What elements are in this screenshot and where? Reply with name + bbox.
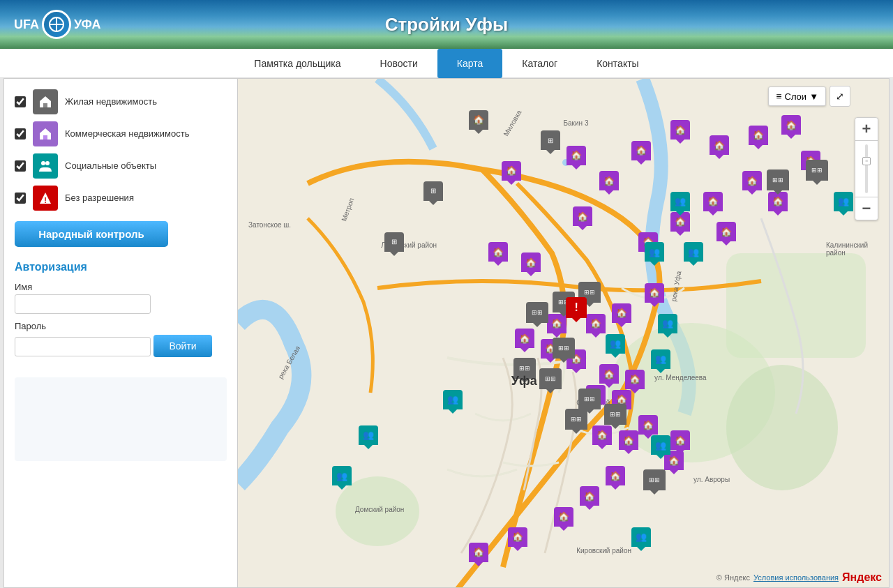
marker-purple-20[interactable]: 🏠 xyxy=(586,314,606,333)
marker-purple-39[interactable]: 🏠 xyxy=(670,430,690,450)
marker-purple-22[interactable]: 🏠 xyxy=(645,283,664,303)
marker-purple-37[interactable]: 🏠 xyxy=(469,543,488,562)
marker-purple-7[interactable]: 🏠 xyxy=(749,126,768,145)
marker-gray-1[interactable]: 🏠 xyxy=(469,110,488,130)
marker-gray-apt-12[interactable]: ⊞⊞ xyxy=(806,160,828,181)
marker-gray-4[interactable]: ⊞ xyxy=(384,232,404,252)
name-input[interactable] xyxy=(15,294,151,314)
marker-teal-10[interactable]: 👥 xyxy=(443,390,463,409)
marker-gray-apt-7[interactable]: ⊞⊞ xyxy=(578,389,601,409)
marker-teal-6[interactable]: 👥 xyxy=(670,192,690,211)
marker-purple-6[interactable]: 🏠 xyxy=(710,135,729,155)
nav-news[interactable]: Новости xyxy=(361,49,437,78)
marker-purple-4[interactable]: 🏠 xyxy=(631,141,651,160)
zoom-slider-track: ≡ xyxy=(865,144,868,193)
marker-gray-apt-8[interactable]: ⊞⊞ xyxy=(604,404,626,425)
marker-purple-10[interactable]: 🏠 xyxy=(742,171,762,190)
zoom-out-button[interactable]: − xyxy=(855,197,878,220)
social-label: Социальные объекты xyxy=(65,160,156,172)
marker-purple-23[interactable]: 🏠 xyxy=(515,329,534,348)
nav-pamyatka[interactable]: Памятка дольщика xyxy=(234,49,360,78)
marker-purple-17[interactable]: 🏠 xyxy=(488,242,508,262)
commercial-checkbox[interactable] xyxy=(15,128,26,140)
street-label-kalin: Калининскийрайон xyxy=(826,241,868,257)
marker-purple-2[interactable]: 🏠 xyxy=(566,146,586,165)
marker-purple-32[interactable]: 🏠 xyxy=(638,415,658,435)
commercial-label: Коммерческая недвижимость xyxy=(65,128,189,140)
svg-text:!: ! xyxy=(44,196,47,204)
layers-label: Слои xyxy=(785,91,807,102)
social-checkbox[interactable] xyxy=(15,160,26,172)
map-fullscreen-button[interactable]: ⤢ xyxy=(830,86,850,107)
social-icon xyxy=(33,153,58,179)
map-footer: © Яндекс Условия использования Яндекс xyxy=(716,571,882,584)
marker-purple-33[interactable]: 🏠 xyxy=(606,466,625,485)
navigation: Памятка дольщика Новости Карта Каталог К… xyxy=(0,49,893,78)
marker-purple-26[interactable]: 🏠 xyxy=(599,364,619,384)
unauthorized-icon: ! xyxy=(33,186,58,211)
page-title: Стройки Уфы xyxy=(385,14,509,36)
marker-teal-3[interactable]: 👥 xyxy=(658,314,677,333)
zoom-in-button[interactable]: + xyxy=(855,118,878,140)
login-button[interactable]: Войти xyxy=(153,335,211,357)
marker-teal-1[interactable]: 👥 xyxy=(606,334,625,354)
marker-purple-1[interactable]: 🏠 xyxy=(502,161,521,181)
marker-gray-apt-4[interactable]: ⊞⊞ xyxy=(553,338,575,359)
marker-gray-apt-10[interactable]: ⊞⊞ xyxy=(643,469,666,490)
layers-icon: ≡ xyxy=(776,91,781,102)
marker-teal-5[interactable]: 👥 xyxy=(684,242,703,262)
layers-arrow-icon: ▼ xyxy=(809,91,818,102)
marker-teal-12[interactable]: 👥 xyxy=(332,466,352,485)
marker-teal-11[interactable]: 👥 xyxy=(359,425,378,445)
marker-red-1[interactable]: ! xyxy=(566,297,587,318)
nav-contacts[interactable]: Контакты xyxy=(577,49,658,78)
svg-point-11 xyxy=(726,365,838,490)
marker-purple-12[interactable]: 🏠 xyxy=(703,192,723,211)
narodniy-kontrol-button[interactable]: Народный контроль xyxy=(15,221,168,247)
marker-purple-35[interactable]: 🏠 xyxy=(554,507,573,527)
logo[interactable]: UFA УФА xyxy=(14,10,100,39)
marker-purple-8[interactable]: 🏠 xyxy=(781,115,801,135)
marker-purple-14[interactable]: 🏠 xyxy=(716,222,736,241)
nav-map[interactable]: Карта xyxy=(437,49,502,78)
city-label-ufa: Уфа xyxy=(511,374,537,389)
yandex-logo: Яндекс xyxy=(842,571,882,584)
map-area[interactable]: Затонское ш. Бакин 3 Советский район Дом… xyxy=(238,79,889,587)
marker-purple-31[interactable]: 🏠 xyxy=(619,430,638,450)
marker-teal-9[interactable]: 👥 xyxy=(631,527,651,547)
name-label: Имя xyxy=(15,282,227,292)
street-label-kirov: Кировский район xyxy=(576,547,631,555)
marker-teal-4[interactable]: 👥 xyxy=(645,242,664,262)
marker-purple-27[interactable]: 🏠 xyxy=(625,370,645,389)
marker-gray-3[interactable]: ⊞ xyxy=(423,181,443,201)
residential-checkbox[interactable] xyxy=(15,96,26,107)
marker-teal-8[interactable]: 👥 xyxy=(651,435,670,455)
marker-gray-apt-11[interactable]: ⊞⊞ xyxy=(767,169,789,190)
marker-purple-5[interactable]: 🏠 xyxy=(670,120,690,140)
marker-purple-18[interactable]: 🏠 xyxy=(521,252,541,272)
street-label-mendel: ул. Менделеева xyxy=(654,374,706,382)
layers-button[interactable]: ≡ Слои ▼ xyxy=(768,86,826,106)
marker-purple-3[interactable]: 🏠 xyxy=(599,171,619,190)
marker-purple-21[interactable]: 🏠 xyxy=(612,303,631,323)
marker-gray-apt-3[interactable]: ⊞⊞ xyxy=(526,302,548,323)
marker-gray-apt-9[interactable]: ⊞⊞ xyxy=(565,409,587,430)
nav-catalog[interactable]: Каталог xyxy=(502,49,577,78)
marker-purple-34[interactable]: 🏠 xyxy=(580,486,599,506)
residential-label: Жилая недвижимость xyxy=(65,96,157,108)
map-controls-top: ≡ Слои ▼ ⤢ xyxy=(768,86,850,107)
unauthorized-checkbox[interactable] xyxy=(15,193,26,204)
sidebar: Жилая недвижимость Коммерческая недвижим… xyxy=(4,79,238,587)
yandex-terms-link[interactable]: Условия использования xyxy=(753,573,839,582)
marker-gray-2[interactable]: ⊞ xyxy=(541,130,560,150)
zoom-slider-handle[interactable]: ≡ xyxy=(862,157,871,165)
marker-teal-7[interactable]: 👥 xyxy=(834,192,853,211)
marker-gray-apt-6[interactable]: ⊞⊞ xyxy=(539,368,562,389)
street-label-aurora: ул. Авроры xyxy=(693,476,730,483)
password-input[interactable] xyxy=(15,337,151,356)
marker-purple-36[interactable]: 🏠 xyxy=(508,527,527,547)
marker-purple-30[interactable]: 🏠 xyxy=(592,425,612,445)
marker-teal-2[interactable]: 👥 xyxy=(651,349,670,369)
svg-rect-13 xyxy=(726,253,866,358)
marker-purple-16[interactable]: 🏠 xyxy=(573,206,592,226)
